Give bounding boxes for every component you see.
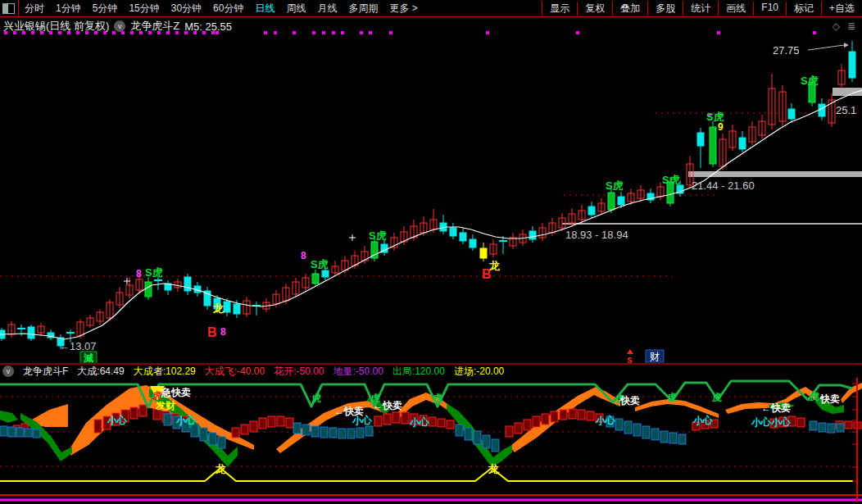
- panel-label-9: 虎: [666, 392, 677, 403]
- red-bar: [560, 410, 567, 420]
- signal-dot: [274, 31, 277, 34]
- tool-item-7[interactable]: 标记: [786, 2, 821, 16]
- indicator-fields: 大成:64.49大成者:102.29大成飞:-40.00花开:-50.00地量:…: [77, 365, 504, 379]
- panel-label-13: ←快卖: [373, 400, 402, 411]
- chart-annotation-11: B: [207, 325, 217, 339]
- red-bar: [506, 426, 513, 437]
- menu-item-6[interactable]: 日线: [249, 2, 280, 16]
- red-bar: [515, 423, 522, 434]
- signal-dot: [389, 31, 392, 34]
- tool-item-4[interactable]: 统计: [683, 2, 718, 16]
- menu-item-10[interactable]: 更多 >: [383, 2, 423, 16]
- candle-body: [849, 52, 855, 78]
- signal-dot: [293, 31, 296, 34]
- panel-label-0: 急快卖: [161, 387, 191, 398]
- red-bar: [447, 420, 454, 429]
- tool-item-0[interactable]: 显示: [542, 2, 577, 16]
- teal-bar: [642, 426, 650, 438]
- list-icon[interactable]: ≣: [847, 20, 855, 32]
- red-bar: [268, 416, 275, 427]
- candle-body: [312, 274, 319, 284]
- teal-bar: [320, 427, 328, 438]
- chart-annotation-6: S虎: [662, 174, 680, 186]
- tool-item-5[interactable]: 画线: [718, 2, 753, 16]
- red-bar: [241, 425, 248, 434]
- panel-label-19: 小心: [595, 415, 616, 426]
- candle-body: [529, 231, 536, 239]
- teal-bar: [837, 424, 844, 432]
- tool-item-6[interactable]: F10: [753, 2, 786, 16]
- chart-annotation-4: S虎: [369, 229, 387, 242]
- teal-bar: [33, 429, 40, 438]
- candle-body: [618, 197, 624, 205]
- teal-bar: [828, 424, 835, 433]
- panel-label-18: 小心: [409, 416, 430, 428]
- indicator-header: v 龙争虎斗F 大成:64.49大成者:102.29大成飞:-40.00花开:-…: [0, 365, 862, 378]
- chart-annotation-5: S虎: [606, 179, 624, 192]
- signal-dot: [717, 31, 720, 34]
- tool-item-2[interactable]: 叠加: [612, 2, 647, 16]
- chevron-down-icon[interactable]: v: [114, 20, 125, 32]
- diamond-icon[interactable]: ◇: [833, 20, 840, 32]
- panel-label-23: 龙: [488, 463, 500, 475]
- teal-bar: [16, 428, 24, 437]
- red-bar: [797, 418, 805, 427]
- teal-bar: [492, 439, 499, 452]
- tool-item-8[interactable]: +自选: [821, 2, 862, 16]
- menu-item-4[interactable]: 30分钟: [166, 2, 207, 16]
- teal-bar: [624, 421, 632, 434]
- red-bar: [578, 410, 585, 420]
- red-bar: [383, 414, 391, 425]
- chart-annotation-8: 9: [718, 121, 724, 133]
- chart-annotation-0: 8: [136, 268, 142, 279]
- panel-label-20: 小心: [692, 415, 714, 426]
- red-bar: [286, 418, 293, 428]
- tool-item-1[interactable]: 复权: [577, 2, 612, 16]
- indicator-field-4: 地量:-50.00: [333, 365, 383, 379]
- signal-dot: [369, 31, 372, 34]
- teal-bar: [311, 426, 319, 437]
- menu-item-1[interactable]: 1分钟: [50, 2, 87, 16]
- teal-bar: [678, 434, 686, 444]
- indicator-field-1: 大成者:102.29: [134, 365, 196, 379]
- teal-bar: [302, 425, 310, 435]
- red-bar: [438, 419, 445, 427]
- menu-item-2[interactable]: 5分钟: [87, 2, 124, 16]
- chart-annotation-1: S虎: [145, 266, 163, 279]
- tool-item-3[interactable]: 多股: [647, 2, 683, 16]
- red-bar: [845, 421, 852, 429]
- red-bar: [587, 411, 594, 420]
- symbol-title: 兴业银锡(日线 前复权): [3, 19, 109, 34]
- menu-item-9[interactable]: 多周期: [343, 2, 383, 16]
- indicator-field-2: 大成飞:-40.00: [205, 365, 265, 379]
- annotation-arrow-head: [844, 43, 849, 48]
- window-split-icon[interactable]: [2, 3, 15, 14]
- teal-bar: [465, 428, 472, 440]
- menu-item-8[interactable]: 月线: [311, 2, 343, 16]
- signal-dot: [486, 31, 489, 34]
- teal-bar: [669, 433, 677, 443]
- candle-body: [608, 193, 615, 210]
- red-bar: [551, 411, 558, 422]
- chevron-down-icon[interactable]: v: [2, 366, 14, 377]
- chart-annotation-15: 27.75: [773, 44, 800, 57]
- panel-label-21: 小心小心: [751, 416, 792, 428]
- signal-dot: [813, 31, 816, 34]
- teal-bar: [660, 431, 668, 443]
- chart-canvas[interactable]: s8S虎8S虎S虎S虎S虎S虎9S虎龙B8龙B27.75←13.0721.44 …: [0, 0, 862, 504]
- signal-dot: [312, 31, 315, 34]
- red-bar: [232, 428, 239, 438]
- chart-annotation-14: B: [482, 267, 492, 281]
- menu-item-0[interactable]: 分时: [19, 2, 50, 16]
- candle-body: [28, 327, 34, 338]
- teal-bar: [810, 421, 817, 430]
- menu-item-5[interactable]: 60分钟: [207, 2, 249, 16]
- menu-item-7[interactable]: 周线: [280, 2, 311, 16]
- teal-bar: [200, 428, 207, 441]
- panel-label-3: 小心: [107, 415, 128, 426]
- signal-dot: [341, 31, 344, 34]
- menu-item-3[interactable]: 15分钟: [123, 2, 165, 16]
- price-band: [688, 171, 862, 177]
- price-band: [562, 223, 862, 225]
- chart-annotation-18: 18.93 - 18.94: [565, 229, 628, 241]
